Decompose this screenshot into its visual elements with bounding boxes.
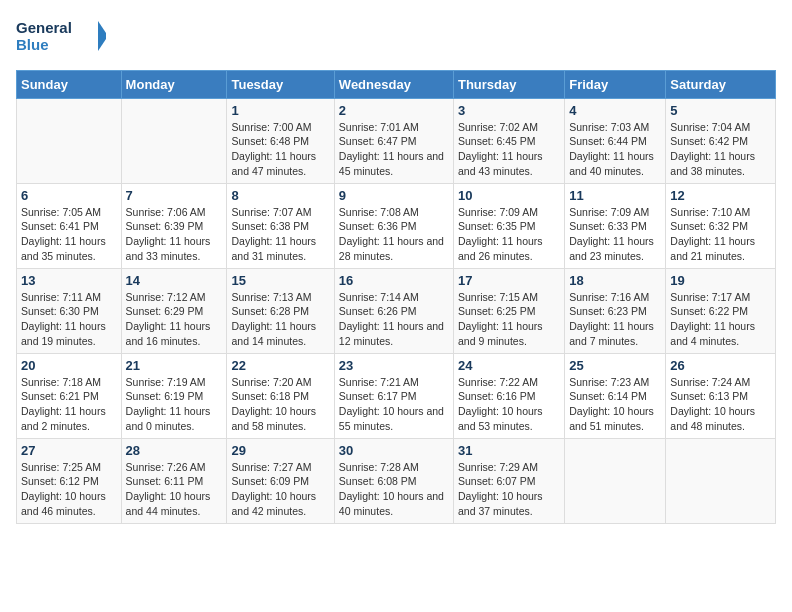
day-info: Sunrise: 7:12 AMSunset: 6:29 PMDaylight:… bbox=[126, 290, 223, 349]
day-number: 27 bbox=[21, 443, 117, 458]
day-info: Sunrise: 7:14 AMSunset: 6:26 PMDaylight:… bbox=[339, 290, 449, 349]
day-number: 9 bbox=[339, 188, 449, 203]
calendar-cell: 20Sunrise: 7:18 AMSunset: 6:21 PMDayligh… bbox=[17, 353, 122, 438]
weekday-header-sunday: Sunday bbox=[17, 70, 122, 98]
day-info: Sunrise: 7:26 AMSunset: 6:11 PMDaylight:… bbox=[126, 460, 223, 519]
calendar-cell bbox=[121, 98, 227, 183]
day-number: 15 bbox=[231, 273, 329, 288]
calendar-cell: 9Sunrise: 7:08 AMSunset: 6:36 PMDaylight… bbox=[334, 183, 453, 268]
calendar-cell: 21Sunrise: 7:19 AMSunset: 6:19 PMDayligh… bbox=[121, 353, 227, 438]
weekday-header-row: SundayMondayTuesdayWednesdayThursdayFrid… bbox=[17, 70, 776, 98]
calendar-table: SundayMondayTuesdayWednesdayThursdayFrid… bbox=[16, 70, 776, 524]
calendar-cell: 27Sunrise: 7:25 AMSunset: 6:12 PMDayligh… bbox=[17, 438, 122, 523]
day-number: 30 bbox=[339, 443, 449, 458]
weekday-header-thursday: Thursday bbox=[453, 70, 564, 98]
day-info: Sunrise: 7:29 AMSunset: 6:07 PMDaylight:… bbox=[458, 460, 560, 519]
calendar-cell: 2Sunrise: 7:01 AMSunset: 6:47 PMDaylight… bbox=[334, 98, 453, 183]
day-info: Sunrise: 7:09 AMSunset: 6:35 PMDaylight:… bbox=[458, 205, 560, 264]
day-number: 19 bbox=[670, 273, 771, 288]
day-number: 11 bbox=[569, 188, 661, 203]
day-info: Sunrise: 7:24 AMSunset: 6:13 PMDaylight:… bbox=[670, 375, 771, 434]
day-info: Sunrise: 7:27 AMSunset: 6:09 PMDaylight:… bbox=[231, 460, 329, 519]
day-number: 5 bbox=[670, 103, 771, 118]
day-number: 12 bbox=[670, 188, 771, 203]
day-info: Sunrise: 7:06 AMSunset: 6:39 PMDaylight:… bbox=[126, 205, 223, 264]
calendar-cell: 7Sunrise: 7:06 AMSunset: 6:39 PMDaylight… bbox=[121, 183, 227, 268]
day-number: 18 bbox=[569, 273, 661, 288]
logo: General Blue bbox=[16, 16, 106, 60]
day-info: Sunrise: 7:10 AMSunset: 6:32 PMDaylight:… bbox=[670, 205, 771, 264]
calendar-cell: 22Sunrise: 7:20 AMSunset: 6:18 PMDayligh… bbox=[227, 353, 334, 438]
day-info: Sunrise: 7:18 AMSunset: 6:21 PMDaylight:… bbox=[21, 375, 117, 434]
day-number: 2 bbox=[339, 103, 449, 118]
calendar-cell: 30Sunrise: 7:28 AMSunset: 6:08 PMDayligh… bbox=[334, 438, 453, 523]
svg-text:General: General bbox=[16, 19, 72, 36]
calendar-cell: 3Sunrise: 7:02 AMSunset: 6:45 PMDaylight… bbox=[453, 98, 564, 183]
weekday-header-friday: Friday bbox=[565, 70, 666, 98]
day-info: Sunrise: 7:25 AMSunset: 6:12 PMDaylight:… bbox=[21, 460, 117, 519]
logo-svg: General Blue bbox=[16, 16, 106, 56]
day-number: 1 bbox=[231, 103, 329, 118]
day-info: Sunrise: 7:20 AMSunset: 6:18 PMDaylight:… bbox=[231, 375, 329, 434]
week-row-3: 13Sunrise: 7:11 AMSunset: 6:30 PMDayligh… bbox=[17, 268, 776, 353]
page-header: General Blue bbox=[16, 16, 776, 60]
weekday-header-monday: Monday bbox=[121, 70, 227, 98]
calendar-cell: 14Sunrise: 7:12 AMSunset: 6:29 PMDayligh… bbox=[121, 268, 227, 353]
day-info: Sunrise: 7:05 AMSunset: 6:41 PMDaylight:… bbox=[21, 205, 117, 264]
day-info: Sunrise: 7:04 AMSunset: 6:42 PMDaylight:… bbox=[670, 120, 771, 179]
day-info: Sunrise: 7:17 AMSunset: 6:22 PMDaylight:… bbox=[670, 290, 771, 349]
calendar-cell: 25Sunrise: 7:23 AMSunset: 6:14 PMDayligh… bbox=[565, 353, 666, 438]
day-info: Sunrise: 7:21 AMSunset: 6:17 PMDaylight:… bbox=[339, 375, 449, 434]
day-number: 26 bbox=[670, 358, 771, 373]
day-info: Sunrise: 7:09 AMSunset: 6:33 PMDaylight:… bbox=[569, 205, 661, 264]
calendar-cell: 8Sunrise: 7:07 AMSunset: 6:38 PMDaylight… bbox=[227, 183, 334, 268]
calendar-cell: 29Sunrise: 7:27 AMSunset: 6:09 PMDayligh… bbox=[227, 438, 334, 523]
calendar-cell: 1Sunrise: 7:00 AMSunset: 6:48 PMDaylight… bbox=[227, 98, 334, 183]
day-info: Sunrise: 7:22 AMSunset: 6:16 PMDaylight:… bbox=[458, 375, 560, 434]
calendar-cell: 12Sunrise: 7:10 AMSunset: 6:32 PMDayligh… bbox=[666, 183, 776, 268]
calendar-cell: 4Sunrise: 7:03 AMSunset: 6:44 PMDaylight… bbox=[565, 98, 666, 183]
calendar-cell: 13Sunrise: 7:11 AMSunset: 6:30 PMDayligh… bbox=[17, 268, 122, 353]
day-number: 6 bbox=[21, 188, 117, 203]
calendar-cell bbox=[17, 98, 122, 183]
day-number: 10 bbox=[458, 188, 560, 203]
day-number: 21 bbox=[126, 358, 223, 373]
day-number: 17 bbox=[458, 273, 560, 288]
week-row-4: 20Sunrise: 7:18 AMSunset: 6:21 PMDayligh… bbox=[17, 353, 776, 438]
day-info: Sunrise: 7:00 AMSunset: 6:48 PMDaylight:… bbox=[231, 120, 329, 179]
day-number: 25 bbox=[569, 358, 661, 373]
day-info: Sunrise: 7:16 AMSunset: 6:23 PMDaylight:… bbox=[569, 290, 661, 349]
weekday-header-saturday: Saturday bbox=[666, 70, 776, 98]
weekday-header-tuesday: Tuesday bbox=[227, 70, 334, 98]
svg-marker-2 bbox=[98, 21, 106, 51]
day-info: Sunrise: 7:08 AMSunset: 6:36 PMDaylight:… bbox=[339, 205, 449, 264]
day-number: 22 bbox=[231, 358, 329, 373]
day-number: 7 bbox=[126, 188, 223, 203]
svg-text:Blue: Blue bbox=[16, 36, 49, 53]
week-row-1: 1Sunrise: 7:00 AMSunset: 6:48 PMDaylight… bbox=[17, 98, 776, 183]
day-number: 4 bbox=[569, 103, 661, 118]
day-number: 3 bbox=[458, 103, 560, 118]
calendar-cell: 28Sunrise: 7:26 AMSunset: 6:11 PMDayligh… bbox=[121, 438, 227, 523]
day-number: 20 bbox=[21, 358, 117, 373]
day-number: 16 bbox=[339, 273, 449, 288]
week-row-2: 6Sunrise: 7:05 AMSunset: 6:41 PMDaylight… bbox=[17, 183, 776, 268]
calendar-cell bbox=[565, 438, 666, 523]
calendar-cell: 6Sunrise: 7:05 AMSunset: 6:41 PMDaylight… bbox=[17, 183, 122, 268]
day-number: 24 bbox=[458, 358, 560, 373]
day-info: Sunrise: 7:01 AMSunset: 6:47 PMDaylight:… bbox=[339, 120, 449, 179]
day-info: Sunrise: 7:03 AMSunset: 6:44 PMDaylight:… bbox=[569, 120, 661, 179]
day-info: Sunrise: 7:28 AMSunset: 6:08 PMDaylight:… bbox=[339, 460, 449, 519]
day-number: 14 bbox=[126, 273, 223, 288]
calendar-cell: 31Sunrise: 7:29 AMSunset: 6:07 PMDayligh… bbox=[453, 438, 564, 523]
day-number: 28 bbox=[126, 443, 223, 458]
day-info: Sunrise: 7:11 AMSunset: 6:30 PMDaylight:… bbox=[21, 290, 117, 349]
day-number: 8 bbox=[231, 188, 329, 203]
calendar-cell: 24Sunrise: 7:22 AMSunset: 6:16 PMDayligh… bbox=[453, 353, 564, 438]
calendar-cell: 10Sunrise: 7:09 AMSunset: 6:35 PMDayligh… bbox=[453, 183, 564, 268]
calendar-cell: 23Sunrise: 7:21 AMSunset: 6:17 PMDayligh… bbox=[334, 353, 453, 438]
day-number: 31 bbox=[458, 443, 560, 458]
day-number: 29 bbox=[231, 443, 329, 458]
logo-container: General Blue bbox=[16, 16, 106, 60]
calendar-cell bbox=[666, 438, 776, 523]
